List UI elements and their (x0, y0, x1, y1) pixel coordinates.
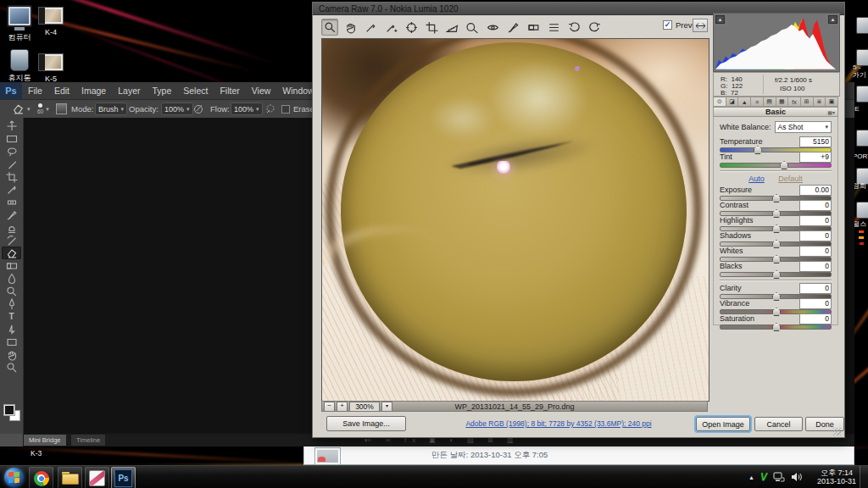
network-icon[interactable] (773, 472, 785, 482)
brush-preset-picker[interactable]: 60 ▾ (37, 100, 49, 118)
tool-lasso[interactable] (2, 145, 21, 158)
slider-value-field[interactable]: 5150 (799, 136, 832, 147)
taskbar-chrome-button[interactable] (29, 467, 53, 488)
panel-tab-lens-corrections[interactable]: ▦ (776, 97, 789, 107)
color-swatches[interactable] (3, 404, 20, 420)
show-desktop-button[interactable] (860, 466, 868, 488)
tool-brush[interactable] (2, 208, 21, 221)
open-image-button[interactable]: Open Image (696, 417, 750, 431)
tab-timeline[interactable]: Timeline (71, 435, 105, 446)
hidden-icons-button[interactable]: ▲ (748, 474, 754, 480)
airbrush-icon[interactable] (264, 100, 275, 118)
panel-tab-hsl-grayscale[interactable]: ≡ (751, 97, 764, 107)
slider-value-field[interactable]: 0 (799, 283, 832, 294)
tool-crop[interactable] (2, 170, 21, 183)
tool-clone-stamp[interactable] (2, 221, 21, 234)
acr-tool-spot-removal[interactable] (464, 19, 481, 36)
v3-antivirus-icon[interactable]: V (760, 471, 767, 483)
edge-desktop-icon[interactable] (856, 202, 868, 219)
slider-thumb[interactable] (772, 270, 781, 279)
taskbar-explorer-button[interactable] (58, 467, 82, 488)
zoom-level-caret[interactable]: ▾ (381, 402, 392, 412)
tool-shape[interactable] (2, 336, 21, 348)
acr-tool-color-sampler[interactable] (382, 19, 399, 36)
tool-magic-wand[interactable] (2, 158, 21, 170)
slider-value-field[interactable]: 0 (799, 246, 832, 257)
flow-select[interactable]: 100%▾ (231, 103, 263, 115)
acr-tool-rotate-right[interactable] (586, 19, 603, 36)
resize-grip[interactable] (833, 428, 841, 435)
menu-item-filter[interactable]: Filter (214, 86, 245, 96)
white-balance-select[interactable]: As Shot▾ (775, 121, 832, 133)
desktop-icon-k4[interactable]: K-4 (28, 8, 74, 36)
pressure-opacity-icon[interactable] (193, 100, 204, 118)
slider-track[interactable] (720, 324, 832, 330)
tool-blur[interactable] (2, 272, 21, 285)
slider-thumb[interactable] (780, 161, 788, 169)
panel-tab-effects[interactable]: fx (788, 97, 801, 107)
cancel-button[interactable]: Cancel (754, 417, 803, 431)
acr-tool-zoom[interactable] (321, 19, 338, 36)
photo-preview[interactable] (321, 38, 709, 402)
slider-value-field[interactable]: 0 (799, 261, 832, 272)
tool-hand[interactable] (2, 348, 21, 361)
tool-history-brush[interactable] (2, 234, 21, 247)
default-link[interactable]: Default (778, 175, 803, 183)
menu-item-view[interactable]: View (246, 86, 277, 96)
slider-value-field[interactable]: 0 (799, 313, 832, 324)
volume-icon[interactable] (791, 472, 802, 482)
panel-tab-detail[interactable]: ▲ (738, 97, 751, 107)
tool-marquee[interactable] (2, 132, 21, 145)
opacity-select[interactable]: 100%▾ (161, 103, 193, 115)
panel-tab-snapshots[interactable]: ▣ (826, 97, 838, 107)
slider-value-field[interactable]: 0.00 (799, 185, 832, 196)
tool-move[interactable] (2, 119, 21, 132)
acr-tool-preferences[interactable] (545, 19, 562, 36)
edge-desktop-icon[interactable] (856, 17, 868, 34)
acr-tool-red-eye[interactable] (484, 19, 501, 36)
panel-tab-tone-curve[interactable]: ◪ (726, 97, 739, 107)
taskbar-clock[interactable]: 오후 7:14 2013-10-31 (817, 469, 856, 485)
tool-gradient[interactable] (2, 259, 21, 272)
save-image-button[interactable]: Save Image... (326, 416, 406, 431)
menu-item-type[interactable]: Type (146, 86, 177, 96)
acr-tool-targeted-adjustment[interactable] (403, 19, 420, 36)
workflow-options-link[interactable]: Adobe RGB (1998); 8 bit; 7728 by 4352 (3… (431, 419, 686, 428)
tool-zoom[interactable] (2, 361, 21, 374)
edge-desktop-icon[interactable] (856, 130, 868, 147)
tool-eraser[interactable] (2, 247, 21, 259)
fullscreen-toggle-button[interactable] (693, 19, 708, 32)
menu-item-layer[interactable]: Layer (112, 86, 146, 96)
menu-item-select[interactable]: Select (177, 86, 214, 96)
panel-tab-presets[interactable]: ≣ (814, 97, 826, 107)
panel-tab-split-toning[interactable]: ▤ (764, 97, 776, 107)
edge-desktop-icon[interactable] (856, 86, 868, 103)
start-button[interactable] (4, 468, 24, 487)
mode-select[interactable]: Brush▾ (95, 103, 127, 115)
tool-type[interactable]: T (2, 310, 21, 323)
slider-value-field[interactable]: +9 (799, 152, 832, 163)
acr-tool-rotate-left[interactable] (565, 19, 582, 36)
slider-value-field[interactable]: 0 (799, 230, 832, 241)
panel-tab-basic[interactable]: ⊙ (713, 97, 726, 107)
slider-track[interactable] (720, 272, 832, 277)
background-window-strip[interactable]: 만든 날짜: 2013-10-31 오후 7:05 (303, 446, 854, 465)
photoshop-logo[interactable]: Ps (0, 82, 22, 99)
slider-thumb[interactable] (772, 323, 781, 331)
toggle-brush-panel-button[interactable] (56, 100, 67, 118)
desktop-icon-k3-label[interactable]: K-3 (31, 449, 42, 458)
taskbar-photoshop-button[interactable]: Ps (111, 467, 136, 488)
basic-panel-header[interactable]: Basic ▦▾ (713, 107, 838, 117)
slider-value-field[interactable]: 0 (799, 215, 832, 226)
zoom-level-select[interactable]: 300% (349, 402, 380, 412)
acr-tool-hand[interactable] (342, 19, 359, 36)
auto-link[interactable]: Auto (748, 175, 765, 183)
slider-track[interactable] (720, 163, 832, 168)
acr-tool-crop[interactable] (423, 19, 440, 36)
panel-flyout-icon[interactable]: ▦▾ (827, 109, 835, 115)
acr-tool-white-balance[interactable] (362, 19, 379, 36)
slider-value-field[interactable]: 0 (799, 200, 832, 211)
menu-item-image[interactable]: Image (75, 86, 112, 96)
tool-eyedropper[interactable] (2, 183, 21, 196)
zoom-in-button[interactable]: + (337, 402, 348, 412)
